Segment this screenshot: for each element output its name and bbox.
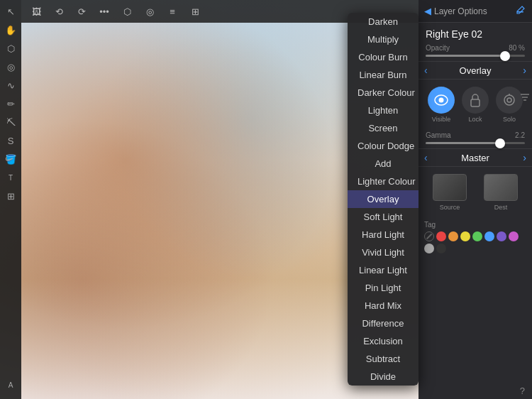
redo-button[interactable]: ⟲: [50, 2, 68, 21]
dest-item[interactable]: Dest: [484, 174, 518, 211]
tool-hand[interactable]: ✋: [2, 21, 19, 38]
blend-subtract[interactable]: Subtract: [348, 350, 419, 368]
blend-pin-light[interactable]: Pin Light: [348, 279, 419, 297]
tool-text[interactable]: T: [2, 169, 19, 186]
blend-mode-dropdown: Darken Multiply Colour Burn Linear Burn …: [348, 13, 419, 386]
gamma-track[interactable]: [426, 142, 525, 144]
blend-hard-light[interactable]: Hard Light: [348, 226, 419, 244]
tool-brush[interactable]: ⛏: [2, 114, 19, 131]
view-button[interactable]: ≡: [163, 2, 182, 21]
visible-icon[interactable]: [428, 87, 455, 114]
lock-icon[interactable]: [462, 87, 489, 114]
help-button[interactable]: ?: [520, 386, 525, 396]
opacity-slider-container[interactable]: [419, 53, 532, 61]
blend-exclusion[interactable]: Exclusion: [348, 332, 419, 350]
circle-button[interactable]: ◎: [140, 2, 159, 21]
opacity-label: Opacity: [426, 44, 450, 52]
blend-linear-burn[interactable]: Linear Burn: [348, 66, 419, 84]
layer-name: Right Eye 02: [426, 28, 525, 40]
blend-add[interactable]: Add: [348, 155, 419, 173]
tool-crop[interactable]: ⊞: [2, 187, 19, 204]
tag-purple[interactable]: [497, 231, 506, 241]
vls-row: Visible Lock Solo: [419, 80, 532, 130]
blend-linear-light[interactable]: Linear Light: [348, 261, 419, 279]
shape-button[interactable]: ⬡: [118, 2, 136, 21]
tool-cursor[interactable]: ↖: [2, 3, 19, 20]
blend-soft-light[interactable]: Soft Light: [348, 208, 419, 226]
opacity-value: 80 %: [509, 44, 525, 52]
tool-type[interactable]: A: [2, 376, 19, 393]
source-dest-row: Source Dest: [419, 167, 532, 218]
tag-yellow[interactable]: [460, 231, 470, 241]
tag-none[interactable]: [424, 231, 434, 241]
tag-orange[interactable]: [448, 231, 458, 241]
blend-difference[interactable]: Difference: [348, 315, 419, 332]
blend-hard-mix[interactable]: Hard Mix: [348, 297, 419, 315]
tool-pencil[interactable]: ✏: [2, 95, 19, 112]
source-label: Source: [440, 204, 460, 211]
blend-mode-current: Overlay: [428, 65, 523, 76]
tag-colors: [424, 231, 526, 253]
visible-item[interactable]: Visible: [428, 87, 455, 123]
dest-thumb: [484, 174, 518, 201]
blend-colour-burn[interactable]: Colour Burn: [348, 48, 419, 66]
tag-red[interactable]: [436, 231, 446, 241]
opacity-thumb[interactable]: [500, 51, 510, 61]
dest-label: Dest: [494, 204, 508, 211]
panel-bottom: ?: [419, 383, 532, 399]
tool-fill[interactable]: 🪣: [2, 151, 19, 168]
master-next[interactable]: ›: [523, 152, 526, 163]
svg-point-5: [507, 98, 511, 102]
blend-vivid-light[interactable]: Vivid Light: [348, 244, 419, 261]
left-toolbar: ↖ ✋ ⬡ ◎ ∿ ✏ ⛏ S 🪣 T ⊞ A: [0, 0, 21, 399]
panel-header: ◀ Layer Options: [419, 0, 532, 23]
blend-darker-colour[interactable]: Darker Colour: [348, 84, 419, 102]
tag-gray[interactable]: [424, 244, 434, 253]
gamma-fill: [426, 142, 500, 144]
blend-darken[interactable]: Darken: [348, 13, 419, 31]
tag-pink[interactable]: [509, 231, 519, 241]
svg-rect-3: [471, 99, 480, 106]
blend-divide[interactable]: Divide: [348, 368, 419, 386]
master-label: Master: [428, 153, 523, 163]
grid-button[interactable]: ⊞: [186, 2, 204, 21]
tool-pen[interactable]: ∿: [2, 77, 19, 94]
tool-select[interactable]: ◎: [2, 58, 19, 75]
source-item[interactable]: Source: [433, 174, 467, 211]
lock-label: Lock: [468, 116, 482, 123]
blend-mode-row[interactable]: ‹ Overlay ›: [419, 61, 532, 80]
blend-lighten[interactable]: Lighten: [348, 102, 419, 119]
tag-green[interactable]: [472, 231, 482, 241]
panel-edit-button[interactable]: [516, 5, 526, 17]
tag-label: Tag: [424, 221, 526, 229]
svg-point-4: [504, 95, 514, 105]
gamma-thumb[interactable]: [495, 138, 505, 148]
blend-lighter-colour[interactable]: Lighter Colour: [348, 173, 419, 190]
tag-black[interactable]: [436, 244, 446, 253]
master-row[interactable]: ‹ Master ›: [419, 148, 532, 167]
solo-label: Solo: [503, 116, 516, 123]
undo-button[interactable]: 🖼: [27, 2, 45, 21]
filter-icon[interactable]: [518, 92, 532, 102]
opacity-fill: [426, 55, 505, 57]
blend-mode-next[interactable]: ›: [523, 65, 526, 76]
gamma-value: 2.2: [515, 131, 525, 139]
tag-row: Tag: [419, 218, 532, 256]
layer-name-row: Right Eye 02: [419, 23, 532, 43]
gamma-row: Gamma 2.2: [419, 130, 532, 141]
more-button[interactable]: •••: [95, 2, 113, 21]
undo2-button[interactable]: ⟳: [72, 2, 91, 21]
tool-erase[interactable]: S: [2, 132, 19, 149]
blend-screen[interactable]: Screen: [348, 119, 419, 137]
panel-back-button[interactable]: ◀: [424, 6, 431, 16]
gamma-slider-container[interactable]: [419, 141, 532, 148]
opacity-track[interactable]: [426, 55, 525, 57]
tag-blue[interactable]: [484, 231, 494, 241]
blend-overlay[interactable]: Overlay: [348, 190, 419, 208]
visible-label: Visible: [432, 116, 450, 123]
blend-multiply[interactable]: Multiply: [348, 31, 419, 48]
tool-shape[interactable]: ⬡: [2, 40, 19, 57]
blend-colour-dodge[interactable]: Colour Dodge: [348, 137, 419, 155]
lock-item[interactable]: Lock: [462, 87, 489, 123]
right-panel: ◀ Layer Options Right Eye 02 Opacity 80 …: [419, 0, 532, 399]
